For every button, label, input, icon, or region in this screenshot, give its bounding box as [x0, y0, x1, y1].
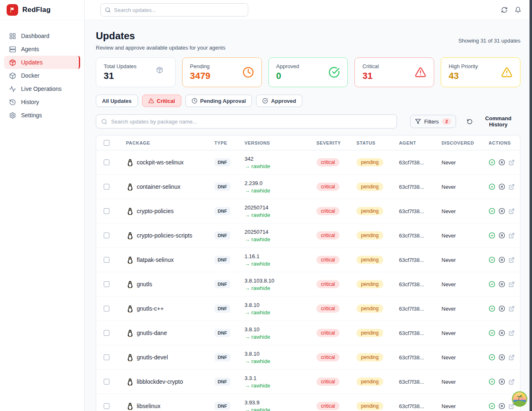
- severity-badge: critical: [316, 329, 340, 337]
- filter-tab-critical[interactable]: Critical: [142, 95, 181, 107]
- row-checkbox[interactable]: [104, 159, 109, 165]
- filter-tab-pending-approval[interactable]: Pending Approval: [185, 95, 252, 107]
- status-badge: pending: [356, 231, 383, 240]
- sidebar-item-label: Settings: [21, 112, 42, 119]
- package-search-input[interactable]: [111, 119, 392, 125]
- approve-button[interactable]: [489, 159, 495, 166]
- stat-value: 3479: [190, 71, 211, 81]
- sidebar-item-label: Dashboard: [21, 33, 50, 39]
- dismiss-button[interactable]: [499, 354, 505, 361]
- flag-logo-icon: [7, 4, 18, 16]
- row-checkbox[interactable]: [104, 184, 109, 190]
- open-details-button[interactable]: [508, 183, 515, 190]
- open-details-button[interactable]: [508, 281, 515, 287]
- column-header-versions: VERSIONS: [235, 140, 306, 145]
- package-search[interactable]: [96, 114, 397, 128]
- table-row: gnutls-c++ DNF 3.8.10 → rawhide critical…: [96, 297, 520, 321]
- open-details-button[interactable]: [508, 257, 515, 263]
- package-name: cockpit-ws-selinux: [137, 159, 184, 166]
- open-details-button[interactable]: [508, 354, 515, 361]
- row-checkbox[interactable]: [104, 306, 109, 311]
- dismiss-button[interactable]: [499, 159, 505, 166]
- type-badge: DNF: [214, 353, 230, 361]
- circle-check-icon: [489, 305, 495, 312]
- dismiss-button[interactable]: [499, 281, 505, 287]
- row-checkbox[interactable]: [104, 233, 109, 238]
- scrollbar[interactable]: [530, 0, 532, 411]
- agent-id: 63cf7f38...: [389, 233, 432, 239]
- open-details-button[interactable]: [508, 159, 515, 166]
- approve-button[interactable]: [489, 208, 495, 214]
- dismiss-button[interactable]: [499, 208, 505, 214]
- row-checkbox[interactable]: [104, 208, 109, 214]
- global-search[interactable]: [100, 3, 248, 17]
- dismiss-button[interactable]: [499, 403, 505, 409]
- circle-x-icon: [499, 378, 505, 385]
- row-checkbox[interactable]: [104, 403, 109, 409]
- dismiss-button[interactable]: [499, 330, 505, 336]
- package-name: gnutls: [137, 281, 152, 287]
- status-badge: pending: [356, 353, 383, 361]
- version-target: → rawhide: [245, 261, 306, 267]
- type-badge: DNF: [214, 280, 230, 288]
- refresh-button[interactable]: [501, 7, 508, 13]
- sidebar-item-docker[interactable]: Docker: [4, 69, 80, 82]
- sidebar-item-agents[interactable]: Agents: [4, 43, 80, 56]
- approve-button[interactable]: [489, 305, 495, 312]
- updates-table: PACKAGETYPEVERSIONSSEVERITYSTATUSAGENTDI…: [96, 135, 520, 411]
- tux-penguin-icon: [127, 207, 133, 215]
- row-checkbox[interactable]: [104, 354, 109, 360]
- circle-x-icon: [499, 281, 505, 287]
- filter-tab-all-updates[interactable]: All Updates: [96, 95, 138, 107]
- package-name: gnutls-dane: [137, 330, 167, 336]
- approve-button[interactable]: [489, 281, 495, 287]
- approve-button[interactable]: [489, 330, 495, 336]
- dismiss-button[interactable]: [499, 305, 505, 312]
- tux-penguin-icon: [127, 329, 133, 337]
- tux-penguin-icon: [127, 402, 133, 410]
- approve-button[interactable]: [489, 232, 495, 239]
- table-row: crypto-policies-scripts DNF 20250714 → r…: [96, 223, 520, 248]
- global-search-input[interactable]: [114, 7, 244, 13]
- dismiss-button[interactable]: [499, 232, 505, 239]
- open-details-button[interactable]: [508, 330, 515, 336]
- severity-badge: critical: [316, 378, 340, 386]
- dismiss-button[interactable]: [499, 378, 505, 385]
- open-details-button[interactable]: [508, 305, 515, 312]
- row-checkbox[interactable]: [104, 257, 109, 263]
- dismiss-button[interactable]: [499, 257, 505, 263]
- approve-button[interactable]: [489, 354, 495, 361]
- island-overlay-icon[interactable]: [512, 391, 527, 407]
- row-checkbox[interactable]: [104, 281, 109, 287]
- version-current: 20250714: [245, 229, 306, 235]
- sidebar-item-live-operations[interactable]: Live Operations: [4, 82, 80, 95]
- sidebar-item-settings[interactable]: Settings: [4, 109, 80, 122]
- status-badge: pending: [356, 158, 383, 166]
- dismiss-button[interactable]: [499, 183, 505, 190]
- table-row: flatpak-selinux DNF 1.16.1 → rawhide cri…: [96, 248, 520, 272]
- circle-x-icon: [499, 305, 505, 312]
- row-checkbox[interactable]: [104, 330, 109, 336]
- open-details-button[interactable]: [508, 232, 515, 239]
- open-details-button[interactable]: [508, 378, 515, 385]
- external-link-icon: [508, 159, 515, 166]
- app-title: RedFlag: [22, 6, 50, 14]
- approve-button[interactable]: [489, 257, 495, 263]
- filters-button[interactable]: Filters 2: [410, 115, 456, 128]
- open-details-button[interactable]: [508, 208, 515, 214]
- sidebar-item-dashboard[interactable]: Dashboard: [4, 29, 80, 43]
- notifications-button[interactable]: [515, 7, 521, 13]
- filter-tab-approved[interactable]: Approved: [256, 95, 302, 107]
- row-checkbox[interactable]: [104, 379, 109, 385]
- type-badge: DNF: [214, 402, 230, 410]
- approve-button[interactable]: [489, 183, 495, 190]
- sidebar-item-updates[interactable]: Updates: [4, 56, 80, 69]
- version-current: 3.8.10: [245, 302, 306, 308]
- sidebar-item-history[interactable]: History: [4, 95, 80, 109]
- approve-button[interactable]: [489, 403, 495, 409]
- external-link-icon: [508, 306, 515, 312]
- sidebar-item-label: Agents: [21, 46, 39, 52]
- approve-button[interactable]: [489, 378, 495, 385]
- select-all-checkbox[interactable]: [104, 140, 109, 146]
- command-history-button[interactable]: Command History: [467, 115, 520, 128]
